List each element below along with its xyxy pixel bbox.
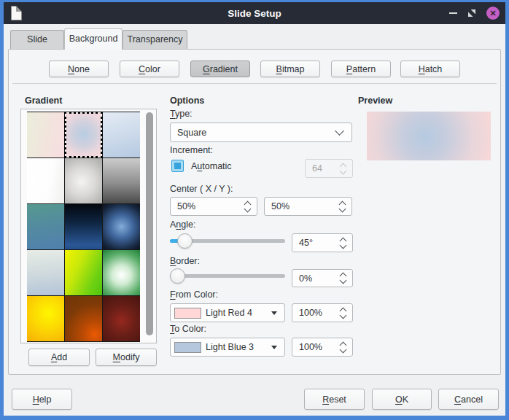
automatic-label: Automatic — [191, 161, 232, 171]
from-color-swatch — [174, 308, 201, 319]
border-slider-handle[interactable] — [170, 268, 185, 284]
to-color-swatch — [174, 342, 201, 353]
from-color-name: Light Red 4 — [206, 308, 271, 318]
cancel-button[interactable]: Cancel — [438, 389, 499, 410]
checkbox-checked-icon — [174, 163, 181, 169]
restore-button[interactable] — [467, 9, 476, 18]
from-color-label: From Color: — [170, 289, 218, 300]
minimize-icon — [449, 12, 457, 14]
gradient-preset[interactable] — [103, 158, 140, 203]
gradient-preset[interactable] — [103, 296, 140, 341]
fill-color-button[interactable]: Color — [120, 61, 179, 77]
gradient-preset[interactable] — [27, 250, 64, 295]
gradient-preview — [367, 112, 491, 160]
gradient-section-title: Gradient — [25, 96, 62, 106]
dropdown-arrow-icon — [271, 346, 277, 349]
preview-section-title: Preview — [358, 96, 392, 106]
gradient-preset[interactable] — [65, 158, 102, 203]
increment-label: Increment: — [170, 145, 213, 155]
gradient-preset[interactable] — [65, 204, 102, 249]
from-opacity-value: 100% — [292, 308, 341, 318]
close-button[interactable]: ✕ — [486, 7, 500, 20]
type-select[interactable]: Square — [170, 122, 352, 142]
close-icon: ✕ — [486, 7, 500, 20]
from-color-select[interactable]: Light Red 4 — [170, 303, 285, 322]
center-y-spinner[interactable]: 50% — [264, 197, 352, 216]
slide-setup-dialog: Slide Setup ✕ Slide Background Transpare… — [0, 0, 509, 420]
fill-pattern-button[interactable]: Pattern — [331, 61, 391, 77]
tab-transparency[interactable]: Transparency — [123, 30, 187, 49]
gradient-preset[interactable] — [27, 158, 64, 203]
border-slider-track[interactable] — [170, 274, 285, 278]
center-xy-label: Center ( X / Y ): — [170, 184, 233, 194]
help-button[interactable]: Help — [12, 389, 72, 410]
center-x-value: 50% — [171, 201, 245, 211]
to-color-label: To Color: — [170, 324, 206, 334]
angle-value: 45° — [292, 238, 341, 248]
angle-spinner[interactable]: 45° — [292, 233, 353, 252]
modify-button[interactable]: Modify — [96, 349, 157, 366]
type-label: Type: — [170, 109, 193, 119]
document-icon — [11, 6, 22, 20]
reset-button[interactable]: Reset — [304, 389, 365, 410]
window-title: Slide Setup — [4, 8, 505, 19]
gradient-preset[interactable] — [65, 250, 102, 295]
automatic-checkbox[interactable] — [171, 160, 184, 172]
restore-icon — [467, 9, 476, 18]
fill-none-button[interactable]: None — [49, 61, 109, 77]
angle-label: Angle: — [170, 219, 195, 230]
add-button[interactable]: Add — [28, 349, 90, 366]
divider — [12, 83, 497, 84]
tab-slide[interactable]: Slide — [10, 30, 64, 49]
chevron-down-icon — [335, 126, 344, 136]
titlebar: Slide Setup ✕ — [4, 2, 505, 24]
fill-hatch-button[interactable]: Hatch — [400, 61, 460, 77]
border-spinner[interactable]: 0% — [292, 269, 353, 287]
gradient-preset[interactable] — [65, 296, 102, 341]
gradient-preset[interactable] — [27, 112, 64, 158]
spin-down-icon[interactable] — [340, 277, 347, 284]
border-value: 0% — [292, 273, 341, 284]
gradient-preset[interactable] — [103, 204, 140, 249]
center-x-spinner[interactable]: 50% — [170, 197, 257, 216]
border-label: Border: — [170, 256, 200, 266]
gradient-preset[interactable] — [27, 204, 64, 249]
to-color-select[interactable]: Light Blue 3 — [170, 338, 285, 357]
to-opacity-spinner[interactable]: 100% — [292, 338, 353, 357]
fill-bitmap-button[interactable]: Bitmap — [260, 61, 320, 77]
gradient-list-scrollbar[interactable] — [146, 112, 153, 335]
gradient-preset[interactable] — [65, 112, 102, 158]
options-section-title: Options — [170, 96, 204, 106]
minimize-button[interactable] — [449, 12, 457, 14]
gradient-preset[interactable] — [27, 296, 64, 341]
center-y-value: 50% — [265, 201, 340, 211]
from-opacity-spinner[interactable]: 100% — [292, 303, 353, 322]
to-opacity-value: 100% — [292, 342, 341, 352]
fill-gradient-button[interactable]: Gradient — [190, 61, 250, 77]
tab-background[interactable]: Background — [64, 28, 123, 50]
gradient-preset[interactable] — [103, 250, 140, 295]
dropdown-arrow-icon — [271, 311, 277, 315]
gradient-preset[interactable] — [103, 112, 140, 158]
increment-value: 64 — [306, 163, 341, 174]
gradient-preset-grid — [27, 112, 140, 342]
type-value: Square — [171, 128, 336, 138]
ok-button[interactable]: OK — [372, 389, 432, 410]
angle-slider-handle[interactable] — [177, 233, 193, 249]
increment-spinner: 64 — [305, 159, 353, 178]
gradient-preset-list — [20, 109, 157, 343]
to-color-name: Light Blue 3 — [206, 342, 271, 352]
background-tab-panel: None Color Gradient Bitmap Pattern Hatch… — [8, 49, 501, 375]
